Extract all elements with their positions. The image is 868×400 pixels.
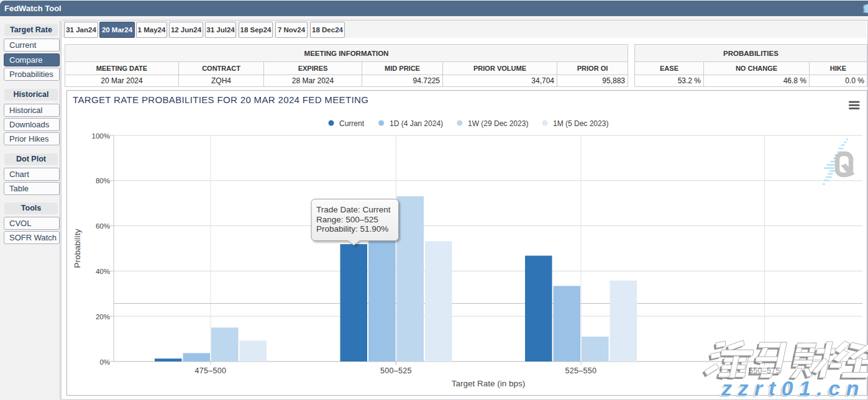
svg-text:Trade Date: Current: Trade Date: Current (316, 205, 391, 214)
svg-text:40%: 40% (96, 268, 110, 275)
svg-text:20%: 20% (96, 313, 110, 320)
svg-text:Target Rate (in bps): Target Rate (in bps) (452, 379, 526, 388)
svg-text:Probability: 51.90%: Probability: 51.90% (316, 224, 388, 234)
svg-text:zzrt01.cn: zzrt01.cn (721, 376, 865, 400)
svg-text:0%: 0% (99, 358, 110, 366)
svg-text:Current: Current (339, 119, 365, 128)
svg-text:1D (4 Jan 2024): 1D (4 Jan 2024) (390, 119, 443, 128)
svg-text:500–525: 500–525 (380, 366, 412, 375)
svg-text:1M (5 Dec 2023): 1M (5 Dec 2023) (553, 119, 608, 128)
svg-text:100%: 100% (92, 132, 110, 140)
svg-text:550–575: 550–575 (749, 366, 780, 375)
svg-text:80%: 80% (96, 177, 110, 184)
svg-text:Range: 500–525: Range: 500–525 (316, 215, 378, 224)
svg-text:Probability: Probability (73, 229, 82, 268)
svg-text:60%: 60% (96, 222, 110, 230)
svg-text:1W (29 Dec 2023): 1W (29 Dec 2023) (468, 119, 528, 128)
svg-text:TARGET RATE PROBABILITIES FOR: TARGET RATE PROBABILITIES FOR 20 MAR 202… (73, 94, 368, 105)
svg-text:475–500: 475–500 (195, 366, 227, 375)
svg-text:525–550: 525–550 (565, 366, 597, 375)
